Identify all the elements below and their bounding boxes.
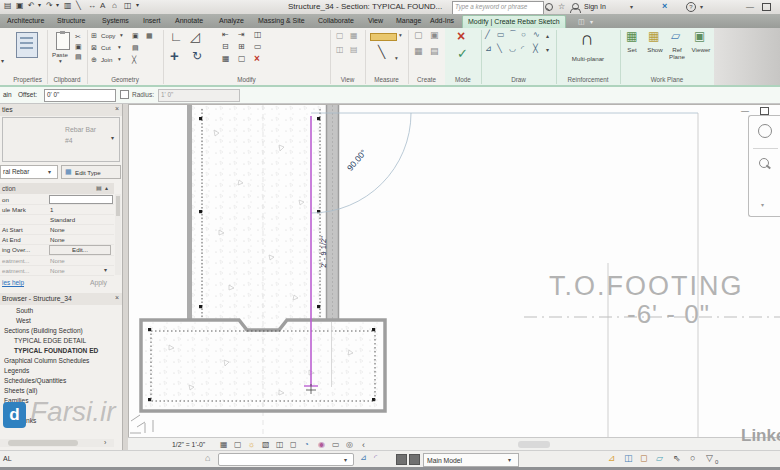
browser-hscrollbar[interactable]: › (0, 439, 114, 447)
measure-ruler-icon[interactable] (370, 33, 397, 41)
paste-dropdown-icon[interactable]: ▾ (59, 59, 62, 65)
split-icon[interactable]: ⊟ (222, 43, 229, 51)
qat-customize-icon[interactable]: ▾ (136, 2, 139, 8)
snap-circle-icon[interactable]: ○ (690, 454, 695, 463)
measure-dropdown-icon[interactable]: ▾ (399, 33, 402, 39)
array-icon[interactable]: ▦ (222, 55, 230, 63)
group-menu-icon[interactable]: ▤ (96, 185, 102, 191)
design-option2-icon[interactable] (409, 454, 420, 465)
unhide-icon[interactable]: ▦ (350, 32, 358, 40)
view-minimize-icon[interactable]: — (741, 107, 749, 115)
paste-icon[interactable] (56, 32, 70, 50)
design-options-combo[interactable]: Main Model ▾ (423, 453, 519, 467)
set-label[interactable]: Set (622, 46, 642, 53)
create-similar-icon[interactable]: ▣ (430, 31, 439, 40)
cut-geometry-label[interactable]: Cut (101, 44, 111, 51)
save-icon[interactable]: ▣ (16, 2, 24, 10)
level-elevation-text[interactable]: -6' - 0" (627, 299, 710, 330)
undo-dropdown-icon[interactable]: ▾ (38, 2, 41, 8)
browser-item-typical-foundation[interactable]: TYPICAL FOUNDATION ED (14, 347, 98, 354)
restore-icon[interactable] (762, 3, 771, 11)
redo-dropdown-icon[interactable]: ▾ (56, 2, 59, 8)
paste-label[interactable]: Paste (52, 51, 68, 58)
property-row[interactable]: eatment... None ▾ (0, 265, 114, 276)
browser-item-typical-edge-detail[interactable]: TYPICAL EDGE DETAIL (14, 337, 86, 344)
draw-pick-lines-icon[interactable]: ╳ (533, 45, 538, 53)
browser-category-sections[interactable]: Sections (Building Section) (4, 327, 83, 334)
paint-icon[interactable]: ▣ (132, 32, 139, 39)
draw-scroll-down-icon[interactable]: ▾ (546, 47, 549, 53)
temporary-hide-icon[interactable]: ◔ (304, 440, 309, 449)
angle-dimension-text[interactable]: 90.00° (345, 147, 369, 172)
shadows-icon[interactable]: ▧ (262, 440, 270, 449)
draw-line-icon[interactable]: ╱ (485, 31, 490, 39)
rotate-icon[interactable]: ↻ (192, 50, 202, 62)
view-restore-icon[interactable] (760, 107, 769, 115)
construction-group-header[interactable]: ction ▤ ▴ (0, 183, 114, 194)
radius-input[interactable]: 1' 0" (158, 89, 240, 102)
properties-button[interactable] (16, 32, 38, 58)
help-icon[interactable]: ? (686, 2, 696, 12)
length-dimension-text[interactable]: 2' - 9 1/2" (319, 236, 328, 268)
exclude-elements-icon[interactable]: ◻ (640, 454, 647, 463)
properties-help-link[interactable]: ies help (2, 279, 24, 286)
navbar-more-icon[interactable]: ▾ (761, 202, 764, 208)
browser-item-west[interactable]: West (16, 317, 31, 324)
viewer-icon[interactable]: ▣ (694, 30, 705, 42)
browser-category-sheets[interactable]: Sheets (all) (4, 387, 37, 394)
edit-type-button[interactable]: ▦ Edit Type (61, 165, 121, 179)
group-collapse-icon[interactable]: ▴ (105, 185, 108, 191)
show-work-plane-icon[interactable]: ▦ (648, 30, 659, 42)
mirror-icon[interactable]: ▭ (254, 43, 262, 51)
type-selector-dropdown-icon[interactable]: ▾ (111, 135, 114, 141)
join-geometry-label[interactable]: Join (101, 56, 112, 63)
create-assembly-icon[interactable]: ▦ (414, 47, 423, 56)
copy-geometry-icon[interactable]: ⊞ (91, 32, 97, 39)
draw-fillet-icon[interactable]: ◡ (509, 45, 516, 53)
copy-geometry-label[interactable]: Copy (101, 32, 115, 39)
browser-category-graphical-column-schedules[interactable]: Graphical Column Schedules (4, 357, 89, 364)
cut-clipboard-icon[interactable]: ✂ (75, 33, 81, 40)
measure-icon[interactable]: ╲ (76, 2, 81, 10)
draw-tangent-icon[interactable]: ◜ (521, 45, 524, 53)
browser-category-legends[interactable]: Legends (4, 367, 29, 374)
family-filter-combo[interactable]: ral Rebar ▾ (0, 165, 58, 179)
align-icon[interactable]: ⇤ (222, 31, 229, 39)
type-selector[interactable]: Rebar Bar #4 ▾ (2, 117, 120, 162)
scroll-more-icon[interactable]: ▾ (104, 267, 107, 273)
properties-palette-header[interactable]: ties × (0, 104, 122, 116)
edit-overrides-button[interactable]: Edit... (49, 245, 111, 255)
wall-joins-icon[interactable]: ╳ (132, 56, 136, 63)
measure-between-dropdown-icon[interactable]: ▾ (395, 56, 398, 62)
cut-profile-icon[interactable]: ◫ (336, 46, 344, 54)
unalign-icon[interactable]: ⇥ (238, 31, 245, 39)
ref-plane-icon[interactable]: ▱ (671, 30, 680, 42)
draw-pick-icon[interactable]: ⊿ (485, 45, 492, 53)
canvas-hscrollbar-thumb[interactable] (518, 441, 550, 448)
constraints-icon[interactable]: ◎ (346, 440, 353, 449)
finish-sketch-icon[interactable]: ✓ (457, 47, 468, 60)
help-dropdown-icon[interactable]: ▾ (700, 4, 703, 10)
undo-icon[interactable]: ↶ (28, 2, 35, 10)
level-name-text[interactable]: T.O.FOOTING (549, 271, 744, 302)
copy-dropdown-icon[interactable]: ▾ (120, 33, 123, 39)
draw-arc-icon[interactable]: ⌒ (509, 31, 517, 39)
visual-style-icon[interactable]: ▢ (234, 440, 242, 449)
cancel-sketch-icon[interactable]: × (457, 29, 465, 43)
aligned-dimension-icon[interactable]: ↔ (88, 2, 96, 10)
pin-icon[interactable]: ◫ (254, 31, 262, 39)
open-icon[interactable]: ▤ (4, 2, 12, 10)
sign-in-button[interactable]: Sign In (584, 3, 606, 10)
radius-checkbox[interactable] (120, 90, 129, 99)
create-parts-icon[interactable]: ▤ (430, 47, 439, 56)
properties-scrollbar[interactable] (115, 194, 121, 275)
detail-level-icon[interactable]: ▦ (220, 440, 228, 449)
minimize-icon[interactable]: — (746, 3, 754, 11)
filter-icon[interactable]: ▽ (706, 454, 713, 463)
offset-input[interactable]: 0' 0" (44, 89, 116, 102)
worksharing-display-icon[interactable]: ▭ (332, 440, 340, 449)
family-filter-dropdown-icon[interactable]: ▾ (48, 169, 51, 175)
set-work-plane-icon[interactable]: ▦ (626, 30, 637, 42)
match-type-icon[interactable]: ▤ (75, 53, 82, 60)
redo-icon[interactable]: ↷ (46, 2, 53, 10)
